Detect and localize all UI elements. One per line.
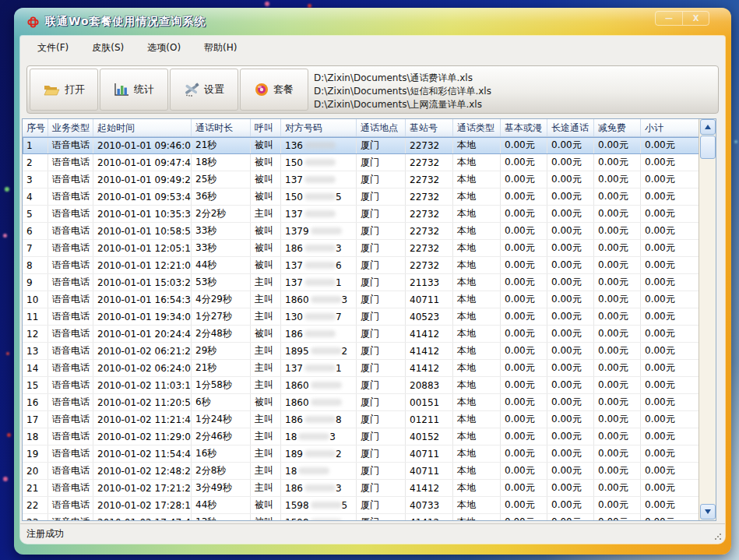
table-row[interactable]: 19语音电话2010-01-02 11:54:4016秒主叫1892厦门4071… — [23, 446, 700, 463]
table-row[interactable]: 8语音电话2010-01-01 12:21:0844秒被叫1376厦门22732… — [23, 257, 700, 274]
column-header[interactable]: 基站号 — [406, 119, 453, 136]
table-row[interactable]: 18语音电话2010-01-02 11:29:042分46秒主叫183厦门401… — [23, 428, 700, 446]
table-row[interactable]: 1语音电话2010-01-01 09:46:0121秒被叫136厦门22732本… — [23, 137, 700, 154]
table-row[interactable]: 11语音电话2010-01-01 19:34:001分27秒主叫1307厦门40… — [23, 308, 700, 326]
cell-start: 2010-01-01 09:46:01 — [93, 137, 192, 153]
cell-subtotal: 0.00元 — [641, 206, 699, 222]
stats-button[interactable]: 统计 — [100, 69, 168, 111]
column-header[interactable]: 起始时间 — [93, 119, 192, 136]
column-header[interactable]: 业务类型 — [48, 119, 93, 136]
table-row[interactable]: 16语音电话2010-01-02 11:20:516秒被叫1860厦门00151… — [23, 394, 700, 411]
cell-discount: 0.00元 — [594, 463, 641, 479]
column-header[interactable]: 减免费 — [594, 119, 641, 136]
cell-basic: 0.00元 — [501, 394, 547, 410]
title-bar[interactable]: 联通Wo套餐使用情况查询系统 — [14, 8, 731, 36]
phone-number-suffix: 3 — [342, 294, 348, 305]
cell-basic: 0.00元 — [501, 240, 547, 256]
table-row[interactable]: 15语音电话2010-01-02 11:03:121分58秒主叫1860厦门20… — [23, 377, 700, 394]
table-row[interactable]: 7语音电话2010-01-01 12:05:1033秒被叫1863厦门22732… — [23, 240, 700, 257]
cell-call_type: 本地 — [453, 480, 501, 496]
table-row[interactable]: 22语音电话2010-01-02 17:28:1144秒被叫15985厦门407… — [23, 497, 700, 514]
cell-type: 语音电话 — [48, 411, 93, 428]
table-row[interactable]: 14语音电话2010-01-02 06:24:0321秒主叫1371厦门4141… — [23, 360, 700, 377]
cell-basic: 0.00元 — [501, 206, 547, 222]
scroll-down-button[interactable] — [700, 504, 716, 519]
cell-index: 2 — [23, 154, 48, 171]
column-header[interactable]: 通话地点 — [357, 119, 406, 136]
cell-long_distance: 0.00元 — [547, 291, 594, 308]
cell-discount: 0.00元 — [594, 308, 641, 325]
table-row[interactable]: 12语音电话2010-01-01 20:24:402分48秒被叫186厦门414… — [23, 326, 700, 343]
cell-location: 厦门 — [357, 463, 406, 479]
cell-station: 41412 — [406, 480, 453, 496]
cell-discount: 0.00元 — [594, 171, 641, 188]
table-row[interactable]: 21语音电话2010-01-02 17:21:233分49秒主叫1863厦门41… — [23, 480, 700, 497]
cell-index: 4 — [23, 188, 48, 205]
phone-number-redacted — [304, 416, 336, 423]
table-row[interactable]: 5语音电话2010-01-01 10:35:312分2秒主叫137厦门22732… — [23, 206, 700, 223]
table-row[interactable]: 2语音电话2010-01-01 09:47:4518秒被叫150厦门22732本… — [23, 154, 700, 171]
table-row[interactable]: 10语音电话2010-01-01 16:54:384分29秒主叫18603厦门4… — [23, 291, 700, 308]
cell-basic: 0.00元 — [501, 154, 547, 171]
menu-file[interactable]: 文件(F) — [30, 39, 76, 57]
cell-type: 语音电话 — [48, 377, 93, 393]
cell-discount: 0.00元 — [594, 428, 641, 445]
cell-direction: 被叫 — [251, 257, 281, 273]
cell-long_distance: 0.00元 — [547, 428, 594, 445]
column-header[interactable]: 对方号码 — [281, 119, 357, 136]
phone-number-redacted — [304, 245, 336, 252]
cell-phone: 1505 — [281, 188, 357, 205]
column-header[interactable]: 通话时长 — [192, 119, 251, 136]
cell-direction: 主叫 — [251, 308, 281, 325]
table-row[interactable]: 20语音电话2010-01-02 12:48:252分8秒主叫18厦门40711… — [23, 463, 700, 480]
table-row[interactable]: 3语音电话2010-01-01 09:49:2225秒被叫137厦门22732本… — [23, 171, 700, 188]
table-row[interactable]: 13语音电话2010-01-02 06:21:2429秒主叫18952厦门414… — [23, 343, 700, 360]
table-row[interactable]: 9语音电话2010-01-01 15:03:2153秒主叫1371厦门21133… — [23, 274, 700, 291]
toolbar-buttons: 打开 统计 — [30, 69, 308, 111]
phone-number-redacted — [304, 279, 336, 286]
menu-skin[interactable]: 皮肤(S) — [84, 39, 132, 57]
cell-location: 厦门 — [357, 171, 406, 188]
cell-direction: 主叫 — [251, 343, 281, 359]
cell-start: 2010-01-02 17:47:41 — [93, 514, 192, 521]
cell-station: 40152 — [406, 428, 453, 445]
minimize-button[interactable]: — — [656, 12, 682, 25]
cell-index: 20 — [23, 463, 48, 479]
phone-number-prefix: 137 — [285, 174, 303, 185]
table-row[interactable]: 4语音电话2010-01-01 09:53:4236秒被叫1505厦门22732… — [23, 188, 700, 206]
cell-duration: 1分24秒 — [192, 411, 251, 428]
cell-discount: 0.00元 — [594, 360, 641, 376]
settings-button[interactable]: 设置 — [170, 69, 238, 111]
cell-discount: 0.00元 — [594, 137, 641, 153]
column-header[interactable]: 小计 — [641, 119, 699, 136]
sparkle-dot — [5, 187, 9, 192]
cell-type: 语音电话 — [48, 514, 93, 521]
close-button[interactable]: X — [682, 12, 709, 25]
cell-direction: 被叫 — [251, 223, 281, 239]
column-header[interactable]: 呼叫 — [251, 119, 281, 136]
cell-station: 41412 — [406, 514, 453, 521]
open-button[interactable]: 打开 — [30, 69, 98, 111]
table-row[interactable]: 17语音电话2010-01-02 11:21:451分24秒主叫1868厦门01… — [23, 411, 700, 428]
menu-help[interactable]: 帮助(H) — [196, 39, 245, 57]
column-header[interactable]: 序号 — [23, 119, 48, 136]
cell-long_distance: 0.00元 — [547, 326, 594, 342]
cell-duration: 21秒 — [192, 137, 251, 153]
package-button[interactable]: 套餐 — [240, 69, 308, 111]
column-header[interactable]: 通话类型 — [453, 119, 501, 136]
phone-number-prefix: 1860 — [285, 397, 309, 408]
open-button-label: 打开 — [65, 83, 85, 97]
table-row[interactable]: 6语音电话2010-01-01 10:58:5233秒被叫1379厦门22732… — [23, 223, 700, 240]
menu-options[interactable]: 选项(O) — [139, 39, 188, 57]
column-header[interactable]: 长途通话 — [547, 119, 594, 136]
cell-discount: 0.00元 — [594, 206, 641, 222]
cell-long_distance: 0.00元 — [547, 514, 594, 521]
vertical-scrollbar[interactable] — [699, 119, 716, 520]
cell-discount: 0.00元 — [594, 154, 641, 171]
cell-duration: 21秒 — [192, 360, 251, 376]
table-row[interactable]: 23语音电话2010-01-02 17:47:4113秒被叫1598厦门4141… — [23, 514, 700, 521]
resize-grip[interactable] — [714, 533, 722, 541]
scrollbar-thumb[interactable] — [700, 136, 716, 159]
scroll-up-button[interactable] — [700, 119, 716, 135]
column-header[interactable]: 基本或漫 — [501, 119, 547, 136]
